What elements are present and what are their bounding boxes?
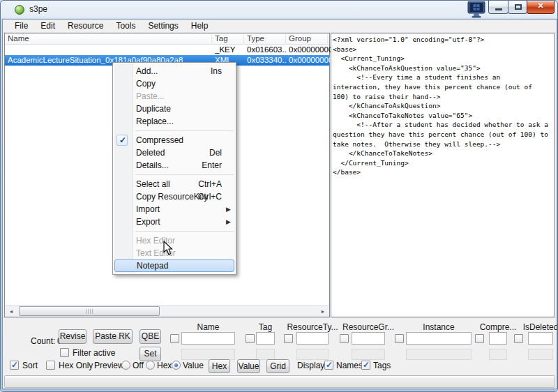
column-separator[interactable] — [243, 35, 244, 43]
xml-preview-panel[interactable]: <?xml version="1.0" encoding="utf-8"?> <… — [331, 33, 555, 317]
value-button[interactable]: Value — [237, 359, 260, 373]
filter-value-field-resourcegr — [352, 349, 385, 360]
column-header-name[interactable]: Name — [8, 34, 29, 43]
menu-bar: FileEditResourceToolsSettingsHelp — [3, 20, 557, 33]
menu-resource[interactable]: Resource — [61, 20, 110, 33]
menu-item-notepad[interactable]: Notepad — [114, 259, 234, 272]
column-separator[interactable] — [285, 35, 286, 43]
filter-input-compre[interactable] — [489, 332, 507, 345]
qbe-button[interactable]: QBE — [140, 329, 161, 344]
menu-item-label: Duplicate — [136, 103, 171, 115]
hex-button[interactable]: Hex — [209, 359, 230, 373]
menu-item-paste[interactable]: Paste... — [113, 90, 236, 103]
filter-value-field-tag — [256, 349, 275, 360]
table-row[interactable]: _KEY0x016603..0x00000000 — [5, 45, 329, 55]
paste-rk-button[interactable]: Paste RK — [93, 329, 133, 344]
set-button[interactable]: Set — [140, 347, 161, 361]
menu-item-text-editor[interactable]: Text Editor — [113, 247, 236, 259]
menu-item-label: Select all — [136, 178, 170, 190]
menu-item-label: Import — [136, 203, 160, 216]
filter-checkbox-instance[interactable] — [395, 334, 404, 343]
menu-item-deleted[interactable]: DeletedDel — [113, 146, 236, 159]
preview-radio-off[interactable] — [121, 361, 130, 370]
filter-checkbox-tag[interactable] — [246, 334, 255, 343]
preview-radio-hex[interactable] — [146, 361, 155, 370]
filter-value-field-resourcety — [296, 349, 329, 360]
menu-item-import[interactable]: Import▶ — [113, 203, 236, 216]
menu-item-label: Details... — [136, 159, 169, 172]
menu-item-compressed[interactable]: Compressed — [113, 134, 236, 146]
scroll-right-arrow-icon[interactable]: ► — [317, 306, 329, 317]
menu-shortcut: Del — [209, 146, 222, 159]
cell-group: 0x00000000 — [289, 55, 333, 66]
filter-input-tag[interactable] — [256, 332, 275, 345]
submenu-arrow-icon: ▶ — [226, 216, 231, 228]
column-header-group[interactable]: Group — [289, 34, 311, 43]
minimize-icon — [495, 8, 502, 10]
filter-value-field-compre — [489, 349, 507, 360]
tags-checkbox[interactable] — [361, 361, 370, 370]
menu-item-replace[interactable]: Replace... — [113, 115, 236, 128]
menu-item-copy-resourcekey[interactable]: Copy ResourceKeyCtrl+C — [113, 190, 236, 203]
minimize-button[interactable] — [488, 1, 508, 14]
title-bar[interactable]: s3pe ✕ — [1, 1, 557, 20]
column-separator[interactable] — [211, 35, 212, 43]
filter-checkbox-isdeleted[interactable] — [514, 334, 523, 343]
filter-checkbox-name[interactable] — [170, 334, 179, 343]
menu-help[interactable]: Help — [185, 20, 215, 33]
menu-item-export[interactable]: Export▶ — [113, 216, 236, 228]
sort-checkbox[interactable] — [10, 361, 19, 370]
maximize-button[interactable] — [508, 1, 527, 14]
menu-separator — [135, 130, 234, 131]
grid-button[interactable]: Grid — [266, 359, 289, 373]
menu-item-details[interactable]: Details...Enter — [113, 159, 236, 172]
filter-active-checkbox[interactable] — [60, 348, 69, 357]
horizontal-scrollbar[interactable]: ◄ ► — [5, 305, 329, 317]
menu-file[interactable]: File — [8, 20, 34, 33]
filter-input-isdeleted[interactable] — [528, 332, 553, 345]
menu-item-select-all[interactable]: Select allCtrl+A — [113, 178, 236, 190]
menu-shortcut: Ctrl+A — [198, 178, 222, 190]
menu-item-hex-editor[interactable]: Hex Editor — [113, 234, 236, 247]
menu-edit[interactable]: Edit — [34, 20, 61, 33]
preview-radio-value[interactable] — [172, 361, 181, 370]
client-area: FileEditResourceToolsSettingsHelp NameTa… — [3, 20, 557, 389]
cell-tag: _KEY — [215, 45, 235, 55]
menu-item-duplicate[interactable]: Duplicate — [113, 103, 236, 115]
menu-item-add[interactable]: Add...Ins — [113, 65, 236, 77]
names-checkbox[interactable] — [324, 361, 333, 370]
menu-settings[interactable]: Settings — [142, 20, 184, 33]
window-controls: ✕ — [489, 1, 555, 15]
filter-value-field-name — [181, 349, 235, 360]
menu-shortcut: Ins — [211, 65, 222, 77]
list-header: NameTagTypeGroup — [5, 33, 329, 45]
count-label: Count: — [31, 336, 55, 346]
column-header-tag[interactable]: Tag — [215, 34, 228, 43]
column-separator[interactable] — [327, 35, 328, 43]
tags-label: Tags — [373, 361, 391, 370]
filter-input-name[interactable] — [181, 332, 235, 345]
scrollbar-thumb[interactable] — [19, 306, 160, 316]
scroll-left-arrow-icon[interactable]: ◄ — [6, 306, 17, 317]
maximize-icon — [515, 4, 522, 10]
sort-label: Sort — [22, 361, 38, 370]
preview-radio-label-hex: Hex — [157, 361, 172, 370]
hex-only-label: Hex Only — [59, 361, 93, 370]
revise-button[interactable]: Revise — [59, 329, 86, 344]
menu-tools[interactable]: Tools — [110, 20, 142, 33]
filter-label-resourcegr: ResourceGr... — [342, 322, 394, 332]
column-header-type[interactable]: Type — [247, 34, 264, 43]
filter-input-instance[interactable] — [406, 332, 472, 345]
menu-item-copy[interactable]: Copy — [113, 77, 236, 90]
filter-input-resourcegr[interactable] — [352, 332, 385, 345]
s3pe-app-icon — [15, 5, 24, 15]
filter-checkbox-compre[interactable] — [475, 334, 484, 343]
filter-checkbox-resourcegr[interactable] — [340, 334, 349, 343]
hex-only-checkbox[interactable] — [46, 361, 55, 370]
filter-checkbox-resourcety[interactable] — [284, 334, 293, 343]
preview-radio-label-off: Off — [133, 361, 144, 370]
close-button[interactable]: ✕ — [527, 1, 555, 14]
filter-input-resourcety[interactable] — [296, 332, 329, 345]
menu-item-label: Notepad — [137, 260, 168, 271]
cell-type: 0x033340.. — [247, 55, 287, 66]
